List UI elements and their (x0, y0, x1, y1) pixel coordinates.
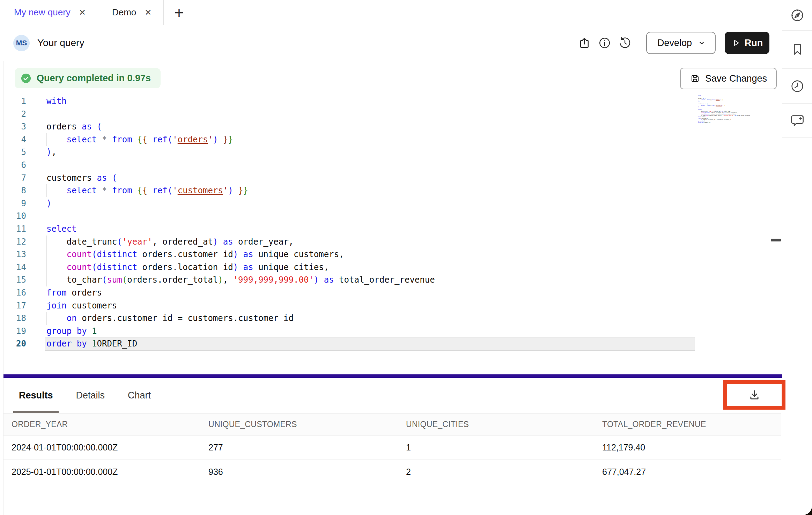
clock-icon (790, 79, 805, 94)
code-text: join customers (45, 299, 695, 312)
history-button[interactable] (615, 33, 635, 53)
download-icon (748, 388, 761, 402)
results-tab-details[interactable]: Details (71, 378, 111, 413)
editor-tab[interactable]: Demo✕ (98, 0, 164, 25)
column-header: UNIQUE_CITIES (406, 420, 602, 429)
code-line[interactable]: 10 (3, 210, 695, 223)
line-number: 16 (3, 286, 26, 299)
code-text: ), (45, 146, 695, 159)
code-line[interactable]: 6 (3, 159, 695, 172)
column-header: TOTAL_ORDER_REVENUE (602, 420, 781, 429)
query-status-text: Query completed in 0.97s (37, 73, 151, 84)
editor-minimap[interactable]: withorders as ( select * from {{ ref('or… (698, 95, 772, 123)
line-number: 19 (3, 325, 26, 338)
code-line[interactable]: 14 count(distinct orders.location_id) as… (3, 261, 695, 274)
results-tab-chart[interactable]: Chart (122, 378, 156, 413)
results-tab-results[interactable]: Results (13, 378, 59, 413)
info-button[interactable] (595, 33, 615, 53)
table-cell: 2 (406, 467, 602, 477)
code-line[interactable]: 8 select * from {{ ref('customers') }} (3, 184, 695, 197)
code-line[interactable]: 19group by 1 (3, 325, 695, 338)
run-button[interactable]: Run (725, 32, 769, 54)
info-icon (598, 37, 611, 49)
code-line[interactable]: 1with (3, 95, 695, 108)
query-title: Your query (37, 37, 84, 48)
chat-sparkles-icon (789, 113, 805, 129)
code-line[interactable]: 2 (3, 108, 695, 121)
line-number: 8 (3, 184, 26, 197)
chevron-down-icon (697, 39, 706, 47)
code-text: count(distinct orders.location_id) as un… (45, 261, 695, 274)
editor-tab[interactable]: My new query✕ (0, 0, 98, 25)
panel-resize-divider[interactable] (3, 374, 782, 378)
code-text: from orders (45, 286, 695, 299)
query-status-badge: Query completed in 0.97s (15, 68, 161, 88)
toolbar-actions: Develop Run (574, 32, 782, 54)
avatar[interactable]: MS (13, 35, 30, 51)
new-tab-button[interactable]: + (164, 0, 194, 25)
table-cell: 2025-01-01T00:00:00.000Z (12, 467, 208, 477)
table-cell: 2024-01-01T00:00:00.000Z (12, 442, 208, 453)
sidebar-item-ai-assistant[interactable] (782, 104, 812, 138)
sidebar-item-explore[interactable] (782, 0, 812, 31)
code-line[interactable]: 3orders as ( (3, 120, 695, 133)
code-line[interactable]: 11select (3, 223, 695, 236)
code-line[interactable]: 20order by 1ORDER_ID (3, 337, 695, 350)
share-button[interactable] (574, 33, 595, 53)
code-text (45, 108, 695, 121)
line-number: 1 (3, 95, 26, 108)
tab-list: My new query✕Demo✕ (0, 0, 164, 25)
develop-dropdown[interactable]: Develop (646, 32, 716, 54)
window-corner (795, 505, 812, 515)
code-line[interactable]: 13 count(distinct orders.customer_id) as… (3, 248, 695, 261)
share-icon (578, 37, 591, 49)
code-line[interactable]: 4 select * from {{ ref('orders') }} (3, 133, 695, 146)
compass-icon (790, 8, 805, 23)
code-line[interactable]: 5), (3, 146, 695, 159)
line-number: 18 (3, 312, 26, 325)
code-line[interactable]: 9) (3, 197, 695, 210)
line-number: 10 (3, 210, 26, 223)
line-number: 4 (3, 133, 26, 146)
code-line[interactable]: 15 to_char(sum(orders.order_total), '999… (3, 274, 695, 286)
check-circle-icon (21, 73, 31, 84)
code-text: group by 1 (45, 325, 695, 338)
results-table: ORDER_YEARUNIQUE_CUSTOMERSUNIQUE_CITIEST… (3, 413, 781, 484)
download-results-button[interactable] (748, 388, 761, 402)
sidebar-item-history[interactable] (782, 69, 812, 104)
code-line[interactable]: 18 on orders.customer_id = customers.cus… (3, 312, 695, 325)
line-number: 15 (3, 274, 26, 286)
line-number: 20 (3, 337, 26, 350)
tab-label: My new query (14, 7, 71, 18)
close-icon[interactable]: ✕ (79, 8, 86, 17)
code-text: on orders.customer_id = customers.custom… (45, 312, 695, 325)
code-line[interactable]: 17join customers (3, 299, 695, 312)
sidebar-item-bookmarks[interactable] (782, 31, 812, 69)
table-row[interactable]: 2025-01-01T00:00:00.000Z9362677,047.27 (3, 460, 781, 484)
sql-editor[interactable]: 1with23orders as (4 select * from {{ ref… (3, 95, 695, 350)
code-text: ) (45, 197, 695, 210)
line-number: 7 (3, 172, 26, 185)
line-number: 11 (3, 223, 26, 236)
scroll-drag-handle[interactable] (771, 239, 781, 241)
save-changes-button[interactable]: Save Changes (680, 68, 777, 89)
tab-label: Demo (112, 7, 136, 18)
code-line[interactable]: 7customers as ( (3, 172, 695, 185)
history-icon (619, 37, 631, 49)
code-text: orders as ( (45, 120, 695, 133)
query-toolbar: MS Your query Develop (0, 25, 782, 61)
code-line[interactable]: 12 date_trunc('year', ordered_at) as ord… (3, 236, 695, 248)
table-row[interactable]: 2024-01-01T00:00:00.000Z2771112,179.40 (3, 435, 781, 460)
column-header: ORDER_YEAR (12, 420, 208, 429)
code-text (45, 210, 695, 223)
bookmark-icon (790, 42, 805, 57)
code-text (45, 159, 695, 172)
table-cell: 936 (208, 467, 406, 477)
line-number: 13 (3, 248, 26, 261)
table-cell: 1 (406, 442, 602, 453)
line-number: 9 (3, 197, 26, 210)
download-annotation-highlight (723, 380, 785, 410)
table-cell: 277 (208, 442, 406, 453)
code-line[interactable]: 16from orders (3, 286, 695, 299)
close-icon[interactable]: ✕ (145, 8, 152, 17)
